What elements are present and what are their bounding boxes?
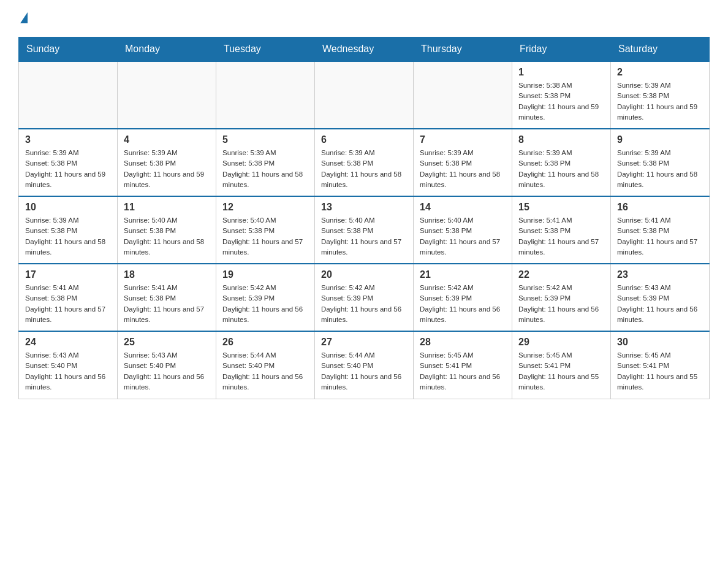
day-number: 8: [518, 134, 604, 145]
calendar-cell: 4Sunrise: 5:39 AMSunset: 5:38 PMDaylight…: [118, 129, 216, 196]
calendar-week-row: 1Sunrise: 5:38 AMSunset: 5:38 PMDaylight…: [19, 61, 710, 129]
day-info: Sunrise: 5:38 AMSunset: 5:38 PMDaylight:…: [518, 80, 604, 123]
calendar-cell: 23Sunrise: 5:43 AMSunset: 5:39 PMDayligh…: [611, 264, 710, 331]
calendar-cell: 2Sunrise: 5:39 AMSunset: 5:38 PMDaylight…: [611, 61, 710, 129]
calendar-cell: 29Sunrise: 5:45 AMSunset: 5:41 PMDayligh…: [512, 331, 611, 399]
day-number: 9: [617, 134, 703, 145]
day-info: Sunrise: 5:41 AMSunset: 5:38 PMDaylight:…: [25, 283, 111, 325]
calendar-cell: [19, 61, 118, 129]
day-number: 6: [321, 134, 407, 145]
calendar-week-row: 17Sunrise: 5:41 AMSunset: 5:38 PMDayligh…: [19, 264, 710, 331]
day-info: Sunrise: 5:43 AMSunset: 5:40 PMDaylight:…: [124, 350, 210, 393]
day-info: Sunrise: 5:45 AMSunset: 5:41 PMDaylight:…: [617, 350, 703, 393]
day-info: Sunrise: 5:40 AMSunset: 5:38 PMDaylight:…: [420, 215, 506, 258]
calendar-cell: [414, 61, 512, 129]
day-of-week-header: Sunday: [19, 37, 118, 62]
day-number: 7: [420, 134, 506, 145]
day-number: 20: [321, 269, 407, 280]
day-number: 25: [124, 337, 210, 348]
day-number: 11: [124, 202, 210, 213]
day-number: 28: [420, 337, 506, 348]
day-number: 27: [321, 337, 407, 348]
calendar-cell: 12Sunrise: 5:40 AMSunset: 5:38 PMDayligh…: [216, 196, 315, 264]
day-info: Sunrise: 5:39 AMSunset: 5:38 PMDaylight:…: [617, 80, 703, 123]
calendar-week-row: 3Sunrise: 5:39 AMSunset: 5:38 PMDaylight…: [19, 129, 710, 196]
day-number: 21: [420, 269, 506, 280]
day-number: 26: [222, 337, 308, 348]
day-of-week-header: Tuesday: [216, 37, 315, 62]
day-number: 12: [222, 202, 308, 213]
calendar-cell: 28Sunrise: 5:45 AMSunset: 5:41 PMDayligh…: [414, 331, 512, 399]
day-info: Sunrise: 5:41 AMSunset: 5:38 PMDaylight:…: [518, 215, 604, 258]
calendar-cell: 20Sunrise: 5:42 AMSunset: 5:39 PMDayligh…: [315, 264, 414, 331]
day-info: Sunrise: 5:39 AMSunset: 5:38 PMDaylight:…: [420, 148, 506, 190]
calendar-cell: 14Sunrise: 5:40 AMSunset: 5:38 PMDayligh…: [414, 196, 512, 264]
calendar-cell: 19Sunrise: 5:42 AMSunset: 5:39 PMDayligh…: [216, 264, 315, 331]
calendar-cell: 9Sunrise: 5:39 AMSunset: 5:38 PMDaylight…: [611, 129, 710, 196]
day-info: Sunrise: 5:42 AMSunset: 5:39 PMDaylight:…: [420, 283, 506, 325]
calendar-cell: [315, 61, 414, 129]
calendar-cell: 1Sunrise: 5:38 AMSunset: 5:38 PMDaylight…: [512, 61, 611, 129]
day-number: 23: [617, 269, 703, 280]
calendar-cell: 25Sunrise: 5:43 AMSunset: 5:40 PMDayligh…: [118, 331, 216, 399]
day-info: Sunrise: 5:39 AMSunset: 5:38 PMDaylight:…: [518, 148, 604, 190]
day-number: 2: [617, 67, 703, 78]
calendar-cell: 21Sunrise: 5:42 AMSunset: 5:39 PMDayligh…: [414, 264, 512, 331]
day-info: Sunrise: 5:41 AMSunset: 5:38 PMDaylight:…: [124, 283, 210, 325]
day-of-week-header: Friday: [512, 37, 611, 62]
day-info: Sunrise: 5:44 AMSunset: 5:40 PMDaylight:…: [321, 350, 407, 393]
day-info: Sunrise: 5:42 AMSunset: 5:39 PMDaylight:…: [518, 283, 604, 325]
day-info: Sunrise: 5:41 AMSunset: 5:38 PMDaylight:…: [617, 215, 703, 258]
calendar-cell: 18Sunrise: 5:41 AMSunset: 5:38 PMDayligh…: [118, 264, 216, 331]
calendar-week-row: 24Sunrise: 5:43 AMSunset: 5:40 PMDayligh…: [19, 331, 710, 399]
day-info: Sunrise: 5:39 AMSunset: 5:38 PMDaylight:…: [617, 148, 703, 190]
calendar-cell: 16Sunrise: 5:41 AMSunset: 5:38 PMDayligh…: [611, 196, 710, 264]
day-of-week-header: Monday: [118, 37, 216, 62]
day-of-week-header: Saturday: [611, 37, 710, 62]
calendar-cell: 17Sunrise: 5:41 AMSunset: 5:38 PMDayligh…: [19, 264, 118, 331]
logo-triangle-icon: [20, 12, 28, 23]
day-info: Sunrise: 5:43 AMSunset: 5:40 PMDaylight:…: [25, 350, 111, 393]
calendar-cell: 22Sunrise: 5:42 AMSunset: 5:39 PMDayligh…: [512, 264, 611, 331]
day-info: Sunrise: 5:42 AMSunset: 5:39 PMDaylight:…: [321, 283, 407, 325]
day-number: 4: [124, 134, 210, 145]
calendar-cell: 3Sunrise: 5:39 AMSunset: 5:38 PMDaylight…: [19, 129, 118, 196]
day-info: Sunrise: 5:40 AMSunset: 5:38 PMDaylight:…: [321, 215, 407, 258]
day-info: Sunrise: 5:43 AMSunset: 5:39 PMDaylight:…: [617, 283, 703, 325]
logo: [18, 12, 28, 25]
calendar-cell: [118, 61, 216, 129]
calendar-cell: 6Sunrise: 5:39 AMSunset: 5:38 PMDaylight…: [315, 129, 414, 196]
day-info: Sunrise: 5:44 AMSunset: 5:40 PMDaylight:…: [222, 350, 308, 393]
day-number: 1: [518, 67, 604, 78]
day-number: 10: [25, 202, 111, 213]
day-of-week-header: Thursday: [414, 37, 512, 62]
day-number: 22: [518, 269, 604, 280]
calendar-cell: 5Sunrise: 5:39 AMSunset: 5:38 PMDaylight…: [216, 129, 315, 196]
day-number: 19: [222, 269, 308, 280]
calendar-cell: 26Sunrise: 5:44 AMSunset: 5:40 PMDayligh…: [216, 331, 315, 399]
day-info: Sunrise: 5:40 AMSunset: 5:38 PMDaylight:…: [222, 215, 308, 258]
day-number: 16: [617, 202, 703, 213]
day-number: 17: [25, 269, 111, 280]
page-header: [18, 12, 710, 25]
day-number: 29: [518, 337, 604, 348]
day-info: Sunrise: 5:39 AMSunset: 5:38 PMDaylight:…: [321, 148, 407, 190]
day-of-week-header: Wednesday: [315, 37, 414, 62]
calendar-cell: 24Sunrise: 5:43 AMSunset: 5:40 PMDayligh…: [19, 331, 118, 399]
day-number: 3: [25, 134, 111, 145]
day-info: Sunrise: 5:39 AMSunset: 5:38 PMDaylight:…: [25, 148, 111, 190]
day-number: 15: [518, 202, 604, 213]
day-number: 18: [124, 269, 210, 280]
day-number: 30: [617, 337, 703, 348]
calendar-table: SundayMondayTuesdayWednesdayThursdayFrid…: [18, 37, 710, 399]
calendar-cell: 11Sunrise: 5:40 AMSunset: 5:38 PMDayligh…: [118, 196, 216, 264]
calendar-header-row: SundayMondayTuesdayWednesdayThursdayFrid…: [19, 37, 710, 62]
day-number: 13: [321, 202, 407, 213]
calendar-cell: 7Sunrise: 5:39 AMSunset: 5:38 PMDaylight…: [414, 129, 512, 196]
day-info: Sunrise: 5:42 AMSunset: 5:39 PMDaylight:…: [222, 283, 308, 325]
day-info: Sunrise: 5:45 AMSunset: 5:41 PMDaylight:…: [518, 350, 604, 393]
day-number: 14: [420, 202, 506, 213]
day-info: Sunrise: 5:39 AMSunset: 5:38 PMDaylight:…: [124, 148, 210, 190]
calendar-cell: 30Sunrise: 5:45 AMSunset: 5:41 PMDayligh…: [611, 331, 710, 399]
calendar-cell: 15Sunrise: 5:41 AMSunset: 5:38 PMDayligh…: [512, 196, 611, 264]
